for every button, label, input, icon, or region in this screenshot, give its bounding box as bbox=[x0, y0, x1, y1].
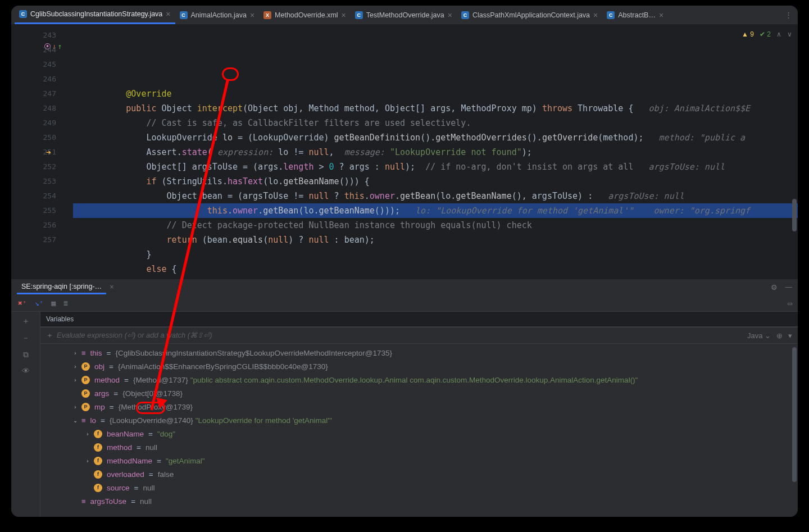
grid-icon[interactable]: ▦ bbox=[51, 299, 56, 307]
variable-row[interactable]: ⌄≡lo={LookupOverride@1740} "LookupOverri… bbox=[40, 413, 798, 427]
code-line[interactable]: @Override bbox=[73, 87, 798, 101]
var-value: {AnimalAction$$EnhancerBySpringCGLIB$$bb… bbox=[118, 362, 328, 371]
expand-icon[interactable]: › bbox=[71, 363, 79, 370]
close-icon[interactable]: × bbox=[448, 11, 452, 20]
var-name: this bbox=[90, 349, 102, 357]
line-number[interactable]: 252 bbox=[11, 160, 73, 174]
var-kind-icon: ≡ bbox=[81, 497, 86, 506]
tab-AbstractB…[interactable]: CAbstractB…× bbox=[602, 6, 668, 24]
code-line[interactable]: this.owner.getBean(lo.getBeanName())); l… bbox=[73, 203, 798, 218]
line-number[interactable]: 247 bbox=[11, 87, 73, 101]
code-line[interactable]: // Detect package-protected NullBean ins… bbox=[73, 218, 798, 233]
scrollbar-thumb[interactable] bbox=[792, 199, 797, 231]
line-number[interactable]: 243 bbox=[11, 28, 73, 43]
variable-row[interactable]: ›Pmethod={Method@1737} "public abstract … bbox=[40, 373, 798, 387]
code-line[interactable]: LookupOverride lo = (LookupOverride) get… bbox=[73, 130, 798, 145]
var-name: lo bbox=[90, 416, 97, 425]
close-icon[interactable]: × bbox=[593, 11, 598, 20]
var-kind-icon: P bbox=[81, 362, 90, 371]
tab-MethodOverride.xml[interactable]: XMethodOverride.xml× bbox=[259, 6, 351, 24]
watch-input[interactable]: ＋Evaluate expression (⏎) or add a watch … bbox=[40, 327, 798, 344]
vars-scrollbar-thumb[interactable] bbox=[792, 347, 797, 482]
close-icon[interactable]: × bbox=[659, 11, 663, 20]
tab-TestMethodOverride.java[interactable]: CTestMethodOverride.java× bbox=[351, 6, 457, 24]
line-number[interactable]: 251➜ bbox=[11, 145, 73, 160]
expand-icon[interactable]: › bbox=[71, 377, 79, 383]
line-number[interactable]: 256 bbox=[11, 218, 73, 233]
expand-icon[interactable]: › bbox=[84, 431, 92, 437]
variable-row[interactable]: ›Pobj={AnimalAction$$EnhancerBySpringCGL… bbox=[40, 360, 798, 373]
code[interactable]: ▲ 9 ✔ 2 ∧ ∨ @Override public Object inte… bbox=[73, 25, 798, 279]
remove-watch-icon[interactable]: － bbox=[22, 333, 30, 343]
copy-icon[interactable]: ⧉ bbox=[23, 350, 29, 360]
minimize-icon[interactable]: — bbox=[785, 283, 793, 292]
more-tabs-icon[interactable]: ⋮ bbox=[785, 11, 792, 19]
settings-icon[interactable]: ⚙ bbox=[771, 283, 778, 292]
code-line[interactable]: if (StringUtils.hasText(lo.getBeanName()… bbox=[73, 174, 798, 189]
line-number[interactable]: 248 bbox=[11, 101, 73, 116]
inspection-summary[interactable]: ▲ 9 ✔ 2 ∧ ∨ bbox=[742, 27, 792, 42]
var-name: args bbox=[94, 389, 109, 398]
code-line[interactable]: // Cast is safe, as CallbackFilter filte… bbox=[73, 116, 798, 130]
tab-ClassPathXmlApplicationContext.java[interactable]: CClassPathXmlApplicationContext.java× bbox=[457, 6, 602, 24]
code-line[interactable]: Assert.state( expression: lo != null, me… bbox=[73, 145, 798, 160]
var-kind-icon: f bbox=[94, 484, 102, 492]
var-name: methodName bbox=[107, 457, 152, 465]
code-line[interactable]: } bbox=[73, 247, 798, 262]
show-watches-icon[interactable]: 👁 bbox=[22, 366, 30, 375]
layout-icon[interactable]: ▭ bbox=[788, 299, 792, 307]
list-icon[interactable]: ≣ bbox=[63, 299, 68, 307]
variable-row[interactable]: ›fbeanName="dog" bbox=[40, 427, 798, 440]
pin-watch-icon[interactable]: ⊕ bbox=[776, 331, 783, 340]
var-string: "LookupOverride for method 'getAnimal'" bbox=[196, 416, 332, 425]
drop-frame-icon[interactable]: ↘⁺ bbox=[35, 299, 44, 307]
restart-frame-icon[interactable]: ✖⁺ bbox=[18, 299, 27, 307]
code-line[interactable]: Object bean = (argsToUse != null ? this.… bbox=[73, 189, 798, 203]
add-watch-icon[interactable]: ＋ bbox=[22, 316, 30, 326]
code-line[interactable]: return (argsToUse != null ? this.owner.g… bbox=[73, 276, 798, 279]
watch-menu-icon[interactable]: ▾ bbox=[788, 331, 792, 340]
line-number[interactable]: 249 bbox=[11, 116, 73, 130]
tab-CglibSubclassingInstantiationStrategy.java[interactable]: CCglibSubclassingInstantiationStrategy.j… bbox=[15, 6, 175, 24]
expand-icon[interactable]: › bbox=[71, 404, 79, 410]
line-number[interactable]: 246 bbox=[11, 72, 73, 87]
lang-selector[interactable]: Java ⌄ bbox=[747, 331, 771, 340]
tab-AnimalAction.java[interactable]: CAnimalAction.java× bbox=[175, 6, 260, 24]
tab-label: AnimalAction.java bbox=[191, 11, 247, 19]
expand-icon[interactable]: › bbox=[71, 350, 79, 356]
close-icon[interactable]: × bbox=[342, 11, 346, 20]
expand-icon[interactable]: ⌄ bbox=[71, 417, 79, 424]
variable-row[interactable]: ›fmethodName="getAnimal" bbox=[40, 454, 798, 467]
code-line[interactable]: return (bean.equals(null) ? null : bean)… bbox=[73, 233, 798, 247]
var-kind-icon: f bbox=[94, 470, 102, 479]
line-number[interactable]: 253 bbox=[11, 174, 73, 189]
variable-row[interactable]: ≡argsToUse=null bbox=[40, 494, 798, 508]
next-highlight-icon[interactable]: ∨ bbox=[787, 27, 792, 42]
code-line[interactable]: public Object intercept(Object obj, Meth… bbox=[73, 101, 798, 116]
line-number[interactable]: 255 bbox=[11, 203, 73, 218]
line-number[interactable]: 244 bbox=[11, 43, 73, 57]
variables-tree[interactable]: ›≡this={CglibSubclassingInstantiationStr… bbox=[40, 344, 798, 517]
line-number[interactable]: 257 bbox=[11, 233, 73, 247]
tab-label: MethodOverride.xml bbox=[275, 11, 338, 19]
variable-row[interactable]: fmethod=null bbox=[40, 440, 798, 454]
expand-icon[interactable]: › bbox=[84, 458, 92, 464]
variable-row[interactable]: foverloaded=false bbox=[40, 467, 798, 481]
debug-session-tab[interactable]: SE:spring-aqin [:spring-… bbox=[17, 280, 106, 294]
line-number[interactable]: 245 bbox=[11, 57, 73, 72]
close-icon[interactable]: × bbox=[250, 11, 254, 20]
prev-highlight-icon[interactable]: ∧ bbox=[776, 27, 781, 42]
debug-tabs: SE:spring-aqin [:spring-… × ⚙ — bbox=[11, 279, 798, 295]
editor-tabs: CCglibSubclassingInstantiationStrategy.j… bbox=[11, 6, 798, 25]
variable-row[interactable]: ›≡this={CglibSubclassingInstantiationStr… bbox=[40, 346, 798, 360]
code-line[interactable]: else { bbox=[73, 262, 798, 276]
code-line[interactable]: Object[] argsToUse = (args.length > 0 ? … bbox=[73, 160, 798, 174]
var-kind-icon: ≡ bbox=[81, 416, 86, 425]
line-number[interactable]: 254 bbox=[11, 189, 73, 203]
variable-row[interactable]: fsource=null bbox=[40, 481, 798, 494]
close-icon[interactable]: × bbox=[166, 10, 170, 19]
line-number[interactable]: 250 bbox=[11, 130, 73, 145]
close-icon[interactable]: × bbox=[110, 283, 113, 291]
variable-row[interactable]: ›Pmp={MethodProxy@1739} bbox=[40, 400, 798, 413]
variable-row[interactable]: Pargs={Object[0]@1738} bbox=[40, 387, 798, 400]
